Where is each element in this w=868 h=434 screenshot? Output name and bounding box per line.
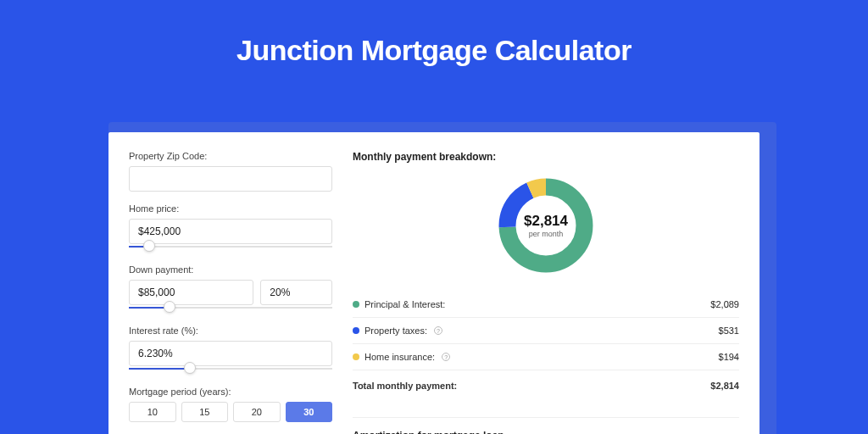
slider-handle[interactable] [164, 301, 175, 313]
home-price-label: Home price: [129, 203, 332, 214]
period-option-15[interactable]: 15 [181, 402, 229, 422]
zip-field: Property Zip Code: [129, 151, 332, 192]
period-option-30[interactable]: 30 [286, 402, 333, 422]
legend-dot-icon [353, 353, 359, 360]
interest-rate-field: Interest rate (%): [129, 326, 332, 375]
down-payment-input[interactable] [129, 280, 253, 305]
legend-value: $2,089 [710, 299, 739, 309]
mortgage-period-label: Mortgage period (years): [129, 387, 332, 397]
info-icon[interactable]: ? [434, 326, 442, 335]
legend-dot-icon [353, 327, 359, 334]
slider-track [129, 246, 332, 248]
amortization-title: Amortization for mortgage loan [353, 430, 739, 434]
mortgage-period-field: Mortgage period (years): 10 15 20 30 [129, 387, 332, 422]
legend-row-insurance: Home insurance: ? $194 [353, 344, 739, 370]
interest-rate-label: Interest rate (%): [129, 326, 332, 336]
amortization-section: Amortization for mortgage loan Amortizat… [353, 417, 739, 434]
slider-handle[interactable] [184, 362, 196, 374]
legend-label: Principal & Interest: [364, 299, 445, 309]
total-value: $2,814 [710, 381, 739, 391]
down-payment-slider[interactable] [129, 303, 332, 314]
donut-chart-wrap: $2,814 per month [353, 175, 739, 276]
legend-row-taxes: Property taxes: ? $531 [353, 318, 739, 344]
interest-rate-input[interactable] [129, 341, 332, 366]
home-price-field: Home price: [129, 203, 332, 253]
interest-rate-slider[interactable] [129, 364, 332, 375]
zip-label: Property Zip Code: [129, 151, 332, 161]
period-options: 10 15 20 30 [129, 402, 332, 422]
legend-row-total: Total monthly payment: $2,814 [353, 370, 739, 398]
calculator-card: Property Zip Code: Home price: Down paym… [108, 132, 760, 434]
donut-amount: $2,814 [524, 213, 568, 230]
down-payment-label: Down payment: [129, 264, 332, 275]
home-price-input[interactable] [129, 219, 332, 244]
total-label: Total monthly payment: [353, 381, 457, 391]
legend-value: $531 [719, 326, 739, 336]
down-payment-field: Down payment: [129, 264, 332, 314]
period-option-20[interactable]: 20 [233, 402, 281, 422]
slider-fill [129, 368, 190, 370]
down-payment-pct-input[interactable] [260, 280, 332, 305]
home-price-slider[interactable] [129, 242, 332, 253]
donut-center: $2,814 per month [524, 213, 568, 238]
legend-row-principal: Principal & Interest: $2,089 [353, 292, 739, 318]
period-option-10[interactable]: 10 [129, 402, 176, 422]
zip-input[interactable] [129, 166, 332, 192]
form-column: Property Zip Code: Home price: Down paym… [129, 151, 332, 434]
donut-sub: per month [524, 230, 568, 238]
breakdown-column: Monthly payment breakdown: $2,814 per mo… [353, 151, 739, 434]
slider-handle[interactable] [143, 240, 155, 252]
legend-label: Home insurance: [364, 352, 435, 362]
donut-chart: $2,814 per month [495, 175, 597, 276]
legend-value: $194 [719, 352, 739, 362]
legend-dot-icon [353, 301, 359, 308]
legend-label: Property taxes: [364, 326, 427, 336]
info-icon[interactable]: ? [442, 353, 450, 361]
page-title: Junction Mortgage Calculator [0, 0, 868, 87]
breakdown-title: Monthly payment breakdown: [353, 151, 739, 163]
